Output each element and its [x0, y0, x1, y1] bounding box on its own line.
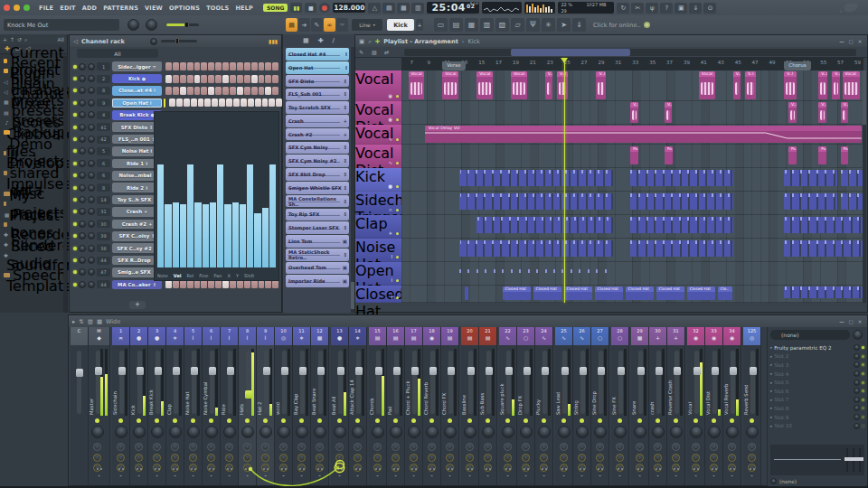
strip-fader[interactable]	[731, 351, 735, 414]
strip-pan-knob[interactable]	[426, 426, 439, 438]
track-lane-closed-hat[interactable]: Closed HatClosed HatClosed HatClosed Hat…	[401, 286, 863, 303]
step-cell[interactable]	[255, 99, 261, 107]
strip-eq-knob[interactable]	[135, 454, 143, 462]
fx-slot-knob[interactable]	[854, 371, 860, 377]
mixer-strip-sidechain[interactable]: 1≍Sidechain⌃	[112, 327, 130, 485]
step-cell[interactable]	[212, 99, 218, 107]
step-cell[interactable]	[265, 62, 271, 70]
pattern-clip-run[interactable]	[784, 170, 837, 186]
close-all-icon[interactable]: ➤	[557, 18, 571, 32]
audio-clip[interactable]: V..l	[557, 71, 568, 99]
strip-pan-knob[interactable]	[334, 426, 346, 438]
strip-enable-dot[interactable]	[263, 418, 268, 423]
pattern-clip-run[interactable]	[784, 286, 863, 298]
strip-enable-dot[interactable]	[118, 418, 123, 423]
strip-pan-knob[interactable]	[538, 426, 551, 438]
step-cell[interactable]	[173, 62, 179, 70]
step-cell[interactable]	[184, 99, 190, 107]
strip-pan-knob[interactable]	[652, 426, 665, 438]
link-icon[interactable]: ∞	[324, 18, 335, 32]
channel-led[interactable]	[73, 234, 77, 238]
mixer-strip-drop-fx[interactable]: 23○Drop FX⌃	[517, 327, 535, 485]
strip-route-arrow[interactable]: ⌃	[349, 474, 366, 480]
fx-slot-knob[interactable]	[854, 423, 860, 429]
multitouch-icon[interactable]: ▦	[397, 3, 410, 14]
automation-clip-small[interactable]: Po..n	[841, 146, 849, 164]
strip-stereo-knob[interactable]	[616, 443, 624, 451]
strip-route-arrow[interactable]: ⌃	[148, 474, 165, 480]
mixer-strip-pad[interactable]: 16▤Pad⌃	[387, 327, 405, 485]
strip-route-arrow[interactable]: ⌃	[423, 474, 440, 480]
playlist-minimize-button[interactable]: —	[838, 39, 845, 44]
track-mute-dot[interactable]	[396, 162, 400, 165]
strip-eq-knob[interactable]	[279, 454, 288, 462]
track-name-vocal-delay-vol[interactable]: Vocal Delay Vol∿	[355, 125, 401, 145]
channel-rack-panel-icon[interactable]: ▦	[465, 18, 478, 32]
browser-item-templates[interactable]: Templates	[0, 281, 67, 291]
strip-route-arrow[interactable]: ⌃	[184, 474, 202, 480]
pattern-clip-run[interactable]	[459, 240, 613, 257]
strip-stereo-knob[interactable]	[654, 443, 662, 451]
strip-fader[interactable]	[174, 351, 178, 414]
audio-clip[interactable]: V..l	[596, 71, 605, 99]
channel-pan-knob[interactable]	[79, 245, 86, 252]
strip-route-arrow[interactable]: ⌃	[705, 474, 722, 480]
picker-item-ma-constellations-sh-[interactable]: MA Constellations Sh..↕	[286, 195, 349, 208]
track-name-vocal-dist[interactable]: Vocal Dist◉	[355, 101, 401, 125]
step-cell[interactable]	[187, 75, 193, 83]
mic-icon[interactable]: ψ	[646, 3, 658, 14]
graph-tab-shift[interactable]: Shift	[244, 273, 254, 278]
window-minimize-button[interactable]	[14, 5, 20, 11]
strip-stereo-knob[interactable]	[135, 443, 143, 451]
step-cell[interactable]	[215, 280, 222, 288]
track-mute-dot[interactable]	[396, 209, 400, 212]
strip-stereo-knob[interactable]	[560, 443, 568, 451]
pattern-clip-run[interactable]	[630, 217, 732, 233]
channel-led[interactable]	[73, 126, 77, 129]
strip-eq-knob[interactable]	[243, 454, 251, 462]
mixer-strip-wood[interactable]: 10◎wood⌃	[275, 327, 293, 485]
channel-volume-knob[interactable]	[88, 99, 95, 107]
pattern-clip-run[interactable]	[630, 170, 732, 186]
menu-add[interactable]: ADD	[82, 5, 97, 12]
channel-volume-knob[interactable]	[88, 268, 95, 276]
step-cell[interactable]	[173, 75, 179, 83]
strip-eq-knob[interactable]	[484, 454, 492, 462]
channel-pan-knob[interactable]	[79, 196, 86, 203]
strip-stereo-knob[interactable]	[117, 443, 125, 451]
fx-slot-1[interactable]: ▸Fruity parametric EQ 2	[770, 343, 864, 352]
step-cell[interactable]	[265, 87, 271, 95]
pattern-selector[interactable]: Kick	[387, 19, 414, 31]
strip-eq-knob[interactable]	[504, 454, 512, 462]
strip-eq-knob[interactable]	[189, 454, 197, 462]
playlist-panel-icon[interactable]: ▭	[434, 18, 448, 32]
channel-led[interactable]	[73, 186, 77, 190]
step-cell[interactable]	[226, 99, 232, 107]
velocity-bar[interactable]	[262, 208, 269, 267]
channel-target-number[interactable]: 8	[97, 183, 110, 192]
strip-route-arrow[interactable]: ⌃	[331, 474, 348, 480]
velocity-bar[interactable]	[217, 164, 223, 267]
fx-slot-9[interactable]: ▸Slot 9	[770, 413, 864, 422]
strip-pan-knob[interactable]	[372, 426, 384, 438]
channel-pan-knob[interactable]	[79, 257, 86, 264]
master-volume-knob[interactable]	[127, 19, 139, 31]
step-cell[interactable]	[265, 280, 271, 288]
graph-tab-note[interactable]: Note	[157, 273, 168, 278]
snap-selector[interactable]: Line▾	[352, 19, 382, 31]
stop-button[interactable]: ■	[305, 3, 316, 13]
velocity-bar[interactable]	[180, 204, 186, 267]
fx-slot-led[interactable]	[862, 407, 864, 409]
step-cell[interactable]	[165, 280, 172, 288]
strip-pan-knob[interactable]	[205, 426, 218, 438]
strip-eq-knob[interactable]	[710, 454, 718, 462]
strip-route-arrow[interactable]: ⌃	[479, 474, 496, 480]
metronome-icon[interactable]: △	[368, 3, 381, 14]
channel-volume-knob[interactable]	[88, 111, 95, 118]
strip-route-arrow[interactable]: ⌃	[369, 474, 386, 480]
strip-fader[interactable]	[412, 351, 417, 414]
channel-led[interactable]	[73, 65, 77, 69]
pattern-clip[interactable]: Closed Hat	[595, 286, 623, 300]
strip-route-arrow[interactable]: ⌃	[743, 474, 760, 480]
track-mute-dot[interactable]	[396, 95, 400, 99]
